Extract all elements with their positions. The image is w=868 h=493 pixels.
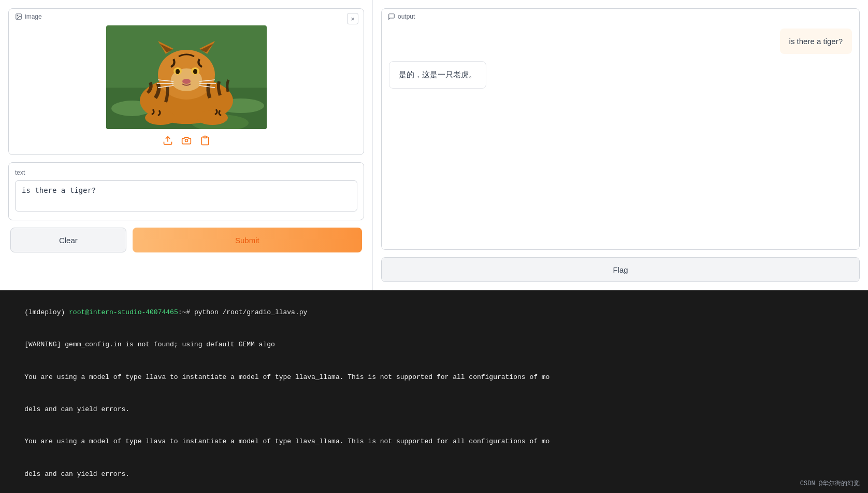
svg-point-14 [176,69,180,74]
tiger-image [106,25,267,129]
terminal: (lmdeploy) root@intern-studio-40074465:~… [0,290,868,493]
terminal-line-5: Loading checkpoint shards: 100% 3/3 [00:… [8,490,860,493]
output-messages: is there a tiger? 是的，这是一只老虎。 [389,29,852,89]
image-label: image [25,13,42,20]
left-panel: image × [0,0,373,290]
tiger-svg [106,25,267,129]
flag-button[interactable]: Flag [381,257,860,282]
output-icon [388,13,395,20]
output-label: output [388,13,415,20]
text-label: text [15,169,357,176]
text-panel: text is there a tiger? [8,162,364,220]
flag-btn-row: Flag [381,257,860,282]
camera-icon[interactable] [181,135,192,148]
right-panel: output is there a tiger? 是的，这是一只老虎。 Flag [373,0,868,290]
terminal-line-3: You are using a model of type llava to i… [8,361,860,393]
csdn-watermark: CSDN @华尔街的幻觉 [800,479,860,488]
image-toolbar [163,135,210,148]
image-icon [15,13,22,20]
submit-button[interactable]: Submit [133,228,362,252]
clear-button[interactable]: Clear [10,228,126,252]
terminal-line-4b: dels and can yield errors. [8,458,860,490]
svg-point-16 [182,79,191,84]
image-panel-label: image [15,13,42,20]
terminal-line-3b: dels and can yield errors. [8,393,860,426]
terminal-line-1: (lmdeploy) root@intern-studio-40074465:~… [8,297,860,329]
clipboard-icon[interactable] [200,135,210,148]
user-message: is there a tiger? [780,29,852,54]
upload-icon[interactable] [163,135,173,148]
text-input[interactable]: is there a tiger? [15,180,357,212]
assistant-message: 是的，这是一只老虎。 [389,61,486,89]
svg-point-1 [17,15,18,16]
terminal-line-2: [WARNING] gemm_config.in is not found; u… [8,329,860,361]
terminal-line-4: You are using a model of type llava to i… [8,426,860,458]
image-panel: image × [8,8,364,155]
svg-rect-31 [204,136,206,138]
close-button[interactable]: × [347,13,358,24]
output-label-text: output [398,13,415,20]
button-row: Clear Submit [8,228,364,252]
svg-point-15 [193,69,197,74]
output-panel: output is there a tiger? 是的，这是一只老虎。 [381,8,860,250]
svg-point-30 [185,139,187,142]
svg-point-28 [197,110,228,125]
